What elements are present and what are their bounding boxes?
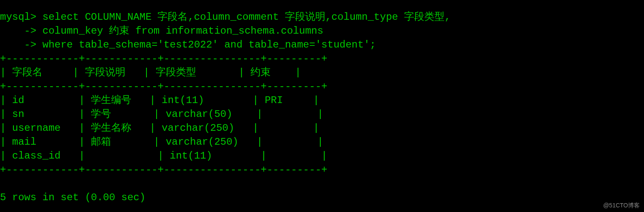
watermark-text: @51CTO博客 xyxy=(603,202,640,209)
mysql-terminal[interactable]: mysql> select COLUMN_NAME 字段名,column_com… xyxy=(0,10,644,204)
